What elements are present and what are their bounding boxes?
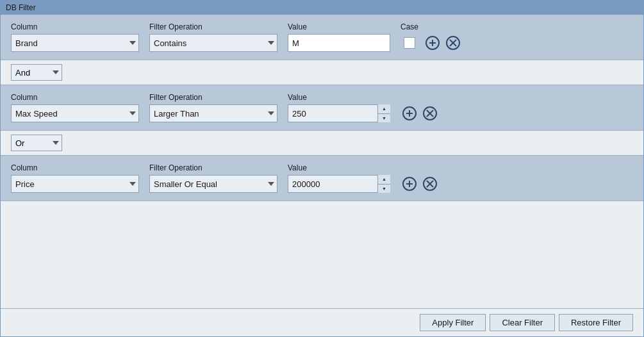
filter3-add-button[interactable]	[400, 175, 418, 193]
filter1-operation-group: Filter Operation Contains Larger Than Sm…	[149, 22, 277, 52]
filter1-case-checkbox[interactable]	[404, 37, 415, 49]
filter1-remove-button[interactable]	[444, 34, 462, 52]
filter1-operation-label: Filter Operation	[149, 22, 277, 31]
filter2-spinner-buttons: ▲ ▼	[377, 104, 390, 122]
restore-filter-button[interactable]: Restore Filter	[559, 314, 633, 331]
filter1-add-button[interactable]	[424, 34, 442, 52]
filter-row-3-inner: Column Brand Max Speed Price Model Year …	[11, 163, 633, 193]
filter1-case-checkbox-wrap	[400, 34, 418, 52]
connector-row-2: And Or Not	[1, 131, 643, 156]
filter2-remove-button[interactable]	[421, 104, 439, 122]
filter2-column-label: Column	[11, 93, 139, 102]
filter2-add-button[interactable]	[400, 104, 418, 122]
filter1-operation-select[interactable]: Contains Larger Than Smaller Or Equal Eq…	[149, 34, 277, 52]
filter1-column-group: Column Brand Max Speed Price Model Year	[11, 22, 139, 52]
filter2-value-input[interactable]	[288, 104, 390, 122]
filter2-operation-select[interactable]: Contains Larger Than Smaller Or Equal Eq…	[149, 104, 277, 122]
filter-row-1-inner: Column Brand Max Speed Price Model Year …	[11, 22, 633, 52]
filter3-spinner-down[interactable]: ▼	[378, 185, 390, 193]
window-title: DB Filter	[6, 3, 36, 12]
filter3-column-select[interactable]: Brand Max Speed Price Model Year	[11, 175, 139, 193]
filter3-column-label: Column	[11, 163, 139, 172]
filter1-column-select[interactable]: Brand Max Speed Price Model Year	[11, 34, 139, 52]
spacer	[1, 201, 643, 308]
filter3-spinner-up[interactable]: ▲	[378, 175, 390, 185]
filter3-value-input[interactable]	[288, 175, 390, 193]
filter2-value-group: Value ▲ ▼	[288, 93, 390, 122]
filter-rows-area: Column Brand Max Speed Price Model Year …	[1, 15, 643, 308]
filter3-operation-select[interactable]: Contains Larger Than Smaller Or Equal Eq…	[149, 175, 277, 193]
connector2-select[interactable]: And Or Not	[11, 135, 62, 151]
filter2-value-label: Value	[288, 93, 390, 102]
filter3-remove-button[interactable]	[421, 175, 439, 193]
filter1-value-input[interactable]	[288, 34, 390, 52]
filter2-spinner-down[interactable]: ▼	[378, 114, 390, 123]
filter2-column-select[interactable]: Brand Max Speed Price Model Year	[11, 104, 139, 122]
filter-row-2: Column Brand Max Speed Price Model Year …	[1, 85, 643, 131]
filter2-spinner-up[interactable]: ▲	[378, 104, 390, 114]
filter3-operation-label: Filter Operation	[149, 163, 277, 172]
clear-filter-button[interactable]: Clear Filter	[490, 314, 555, 331]
connector-row-1: And Or Not	[1, 60, 643, 85]
connector1-select[interactable]: And Or Not	[11, 64, 62, 81]
filter3-spinner-buttons: ▲ ▼	[377, 175, 390, 193]
filter-row-2-inner: Column Brand Max Speed Price Model Year …	[11, 93, 633, 122]
filter3-value-spinner: ▲ ▼	[288, 175, 390, 193]
filter-row-1: Column Brand Max Speed Price Model Year …	[1, 15, 643, 60]
filter2-operation-label: Filter Operation	[149, 93, 277, 102]
filter-row-3: Column Brand Max Speed Price Model Year …	[1, 156, 643, 201]
filter1-column-label: Column	[11, 22, 139, 31]
filter1-case-group: Case	[400, 22, 418, 52]
apply-filter-button[interactable]: Apply Filter	[420, 314, 486, 331]
filter1-case-label: Case	[400, 22, 418, 31]
footer: Apply Filter Clear Filter Restore Filter	[1, 308, 643, 336]
filter1-value-group: Value	[288, 22, 390, 52]
db-filter-window: DB Filter Column Brand Max Speed Price M…	[0, 0, 644, 337]
filter3-operation-group: Filter Operation Contains Larger Than Sm…	[149, 163, 277, 193]
filter2-column-group: Column Brand Max Speed Price Model Year	[11, 93, 139, 122]
filter2-operation-group: Filter Operation Contains Larger Than Sm…	[149, 93, 277, 122]
filter3-column-group: Column Brand Max Speed Price Model Year	[11, 163, 139, 193]
filter1-value-label: Value	[288, 22, 390, 31]
filter2-value-spinner: ▲ ▼	[288, 104, 390, 122]
filter3-value-group: Value ▲ ▼	[288, 163, 390, 193]
title-bar: DB Filter	[1, 1, 643, 15]
content-area: Column Brand Max Speed Price Model Year …	[1, 15, 643, 336]
filter3-value-label: Value	[288, 163, 390, 172]
